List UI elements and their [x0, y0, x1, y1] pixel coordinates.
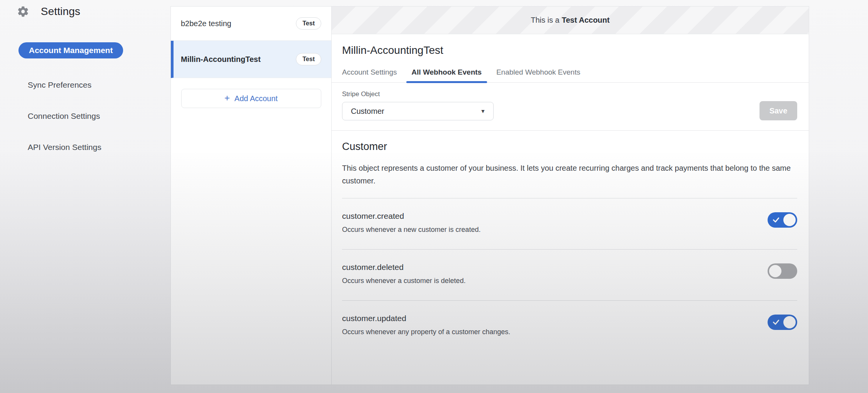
test-badge: Test — [296, 53, 321, 65]
settings-sidebar: Settings Account Management Sync Prefere… — [0, 0, 170, 393]
toggle-knob — [783, 214, 796, 226]
test-badge: Test — [296, 17, 321, 29]
add-account-button[interactable]: + Add Account — [181, 89, 321, 108]
account-row-b2be2e-testing[interactable]: b2be2e testing Test — [171, 7, 331, 41]
stripe-object-label: Stripe Object — [342, 90, 797, 98]
tab-enabled-webhook-events[interactable]: Enabled Webhook Events — [496, 68, 580, 82]
event-name: customer.deleted — [342, 263, 466, 272]
save-button[interactable]: Save — [760, 101, 797, 120]
test-account-banner: This is a Test Account — [332, 7, 809, 34]
gear-icon — [17, 5, 29, 18]
sidebar-item-sync-preferences[interactable]: Sync Preferences — [28, 80, 92, 90]
sidebar-item-api-version-settings[interactable]: API Version Settings — [28, 143, 101, 152]
toggle-customer-deleted[interactable] — [768, 263, 797, 279]
event-description: Occurs whenever a customer is deleted. — [342, 277, 466, 285]
tabs-row: Account Settings All Webhook Events Enab… — [332, 68, 809, 83]
section-title: Customer — [342, 141, 797, 153]
account-detail-panel: This is a Test Account Millin-Accounting… — [331, 6, 809, 385]
toggle-knob — [769, 265, 781, 277]
sidebar-header: Settings — [17, 5, 170, 18]
check-icon — [772, 318, 780, 326]
toggle-customer-updated[interactable] — [768, 315, 797, 330]
toggle-knob — [783, 316, 796, 328]
section-description: This object represents a customer of you… — [342, 162, 797, 187]
plus-icon: + — [224, 93, 230, 103]
event-text: customer.created Occurs whenever a new c… — [342, 211, 481, 234]
event-text: customer.deleted Occurs whenever a custo… — [342, 263, 466, 285]
add-account-label: Add Account — [234, 94, 277, 103]
banner-text: This is a — [531, 16, 559, 25]
event-name: customer.updated — [342, 314, 510, 323]
detail-header: Millin-AccountingTest — [332, 34, 809, 57]
accounts-list-panel: b2be2e testing Test Millin-AccountingTes… — [170, 6, 331, 385]
event-description: Occurs whenever any property of a custom… — [342, 328, 510, 336]
toggle-customer-created[interactable] — [768, 212, 797, 228]
event-row-customer-deleted: customer.deleted Occurs whenever a custo… — [342, 250, 797, 301]
sidebar-item-connection-settings[interactable]: Connection Settings — [28, 112, 100, 121]
event-text: customer.updated Occurs whenever any pro… — [342, 314, 510, 336]
event-row-customer-updated: customer.updated Occurs whenever any pro… — [342, 301, 797, 351]
page-title: Settings — [41, 5, 80, 18]
object-section: Customer This object represents a custom… — [332, 131, 809, 351]
check-icon — [772, 216, 780, 224]
tab-account-settings[interactable]: Account Settings — [342, 68, 397, 82]
select-value: Customer — [351, 107, 384, 116]
account-row-millin-accountingtest[interactable]: Millin-AccountingTest Test — [171, 41, 331, 78]
stripe-object-select[interactable]: Customer ▼ — [342, 102, 494, 120]
sidebar-item-account-management[interactable]: Account Management — [18, 42, 123, 58]
banner-text-bold: Test Account — [562, 16, 609, 25]
tab-all-webhook-events[interactable]: All Webhook Events — [412, 68, 482, 82]
controls-row: Stripe Object Customer ▼ Save — [332, 83, 809, 131]
chevron-down-icon: ▼ — [480, 108, 486, 114]
event-row-customer-created: customer.created Occurs whenever a new c… — [342, 198, 797, 250]
account-name: b2be2e testing — [181, 19, 231, 28]
account-name: Millin-AccountingTest — [181, 55, 260, 64]
sidebar-nav: Account Management Sync Preferences Conn… — [17, 42, 170, 152]
event-description: Occurs whenever a new customer is create… — [342, 226, 481, 234]
event-name: customer.created — [342, 211, 481, 221]
detail-title: Millin-AccountingTest — [342, 44, 798, 57]
